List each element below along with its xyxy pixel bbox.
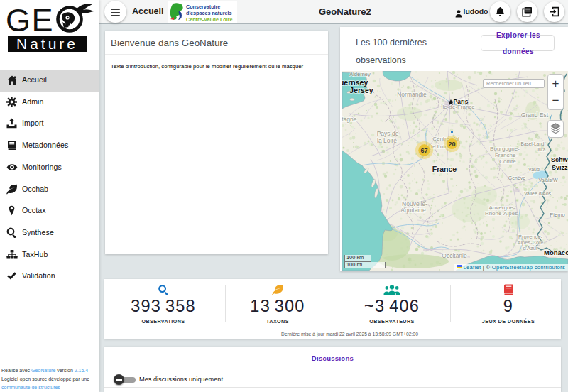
svg-text:Schweiz/: Schweiz/	[551, 156, 568, 163]
svg-text:France: France	[432, 165, 457, 173]
svg-text:Piemo: Piemo	[550, 212, 564, 218]
svg-text:Aquitaine: Aquitaine	[400, 207, 426, 214]
svg-text:Basel-Land: Basel-Land	[521, 141, 545, 146]
svg-text:Jura: Jura	[537, 147, 546, 152]
svg-text:d'espaces naturels: d'espaces naturels	[186, 10, 231, 16]
svg-text:Normandie: Normandie	[397, 91, 427, 98]
svg-text:Vallée d'Aos: Vallée d'Aos	[524, 191, 552, 196]
svg-text:Pays de: Pays de	[377, 130, 399, 137]
svg-text:Occitanie: Occitanie	[442, 252, 467, 259]
svg-text:Monaco: Monaco	[544, 249, 568, 256]
svg-text:20: 20	[448, 141, 455, 148]
svg-text:Franche-: Franche-	[495, 152, 518, 158]
svg-text:Alderney: Alderney	[349, 71, 371, 77]
svg-text:Bretagne: Bretagne	[342, 116, 357, 123]
svg-text:Svizzera: Svizzera	[552, 164, 568, 171]
svg-text:d'Azur: d'Azur	[523, 245, 538, 251]
svg-text:GE: GE	[6, 2, 54, 38]
svg-text:Centre-Val de Loire: Centre-Val de Loire	[186, 16, 233, 23]
svg-text:67: 67	[420, 147, 427, 154]
svg-text:la Loire: la Loire	[377, 137, 397, 144]
svg-text:Comté: Comté	[499, 158, 516, 165]
svg-text:Vaud: Vaud	[528, 167, 540, 172]
svg-text:Grand Est: Grand Est	[521, 111, 549, 119]
svg-text:Paris: Paris	[454, 98, 469, 105]
svg-text:Valais/W: Valais/W	[538, 178, 557, 183]
svg-text:Jersey: Jersey	[349, 86, 373, 94]
svg-text:Rhône-Alpes: Rhône-Alpes	[485, 210, 518, 217]
svg-text:Genève: Genève	[508, 175, 526, 180]
svg-text:Bourgogne-: Bourgogne-	[490, 146, 520, 152]
svg-text:Nature: Nature	[16, 36, 78, 52]
